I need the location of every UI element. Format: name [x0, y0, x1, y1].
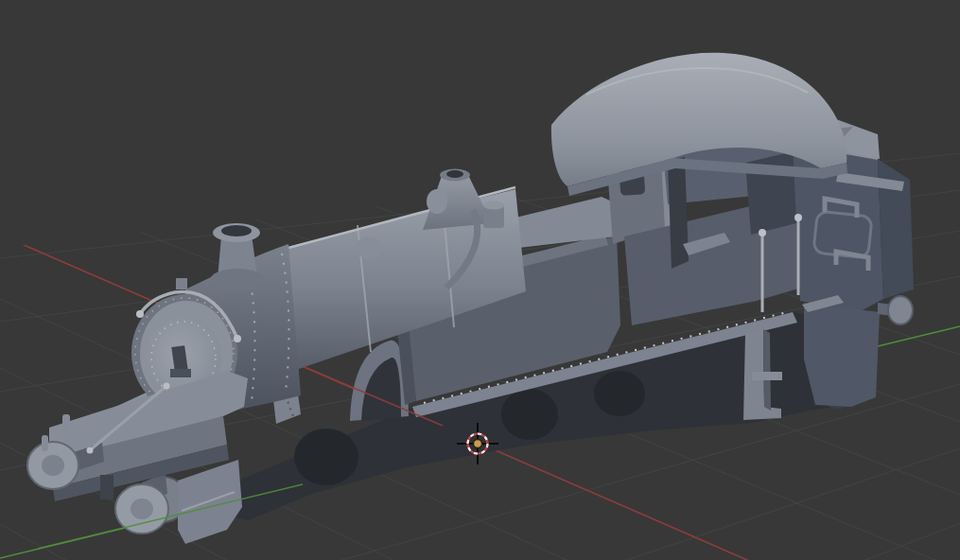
buffer-center: [131, 499, 153, 519]
bonnet-knob: [427, 189, 447, 214]
dome-bolt: [356, 236, 382, 259]
lamp-iron: [62, 414, 70, 433]
rear-buffer: [888, 296, 913, 324]
lamp-iron: [42, 435, 48, 451]
chimney-base: [210, 269, 265, 291]
bunker-lower-frame: [804, 303, 880, 407]
bonnet-hole: [446, 170, 463, 178]
filler-lid: [483, 201, 504, 210]
handrail-ball: [794, 214, 802, 221]
scene-canvas: [0, 0, 960, 560]
blender-3d-viewport[interactable]: [0, 0, 960, 560]
door-handle-bar: [170, 369, 191, 377]
handrail-ball: [759, 229, 766, 236]
driving-wheel: [594, 371, 645, 416]
cursor-center-dot: [474, 440, 482, 448]
rear-step-tread: [752, 372, 782, 380]
driving-wheel: [294, 429, 358, 485]
chimney-opening: [221, 225, 252, 236]
coupling-hook: [100, 475, 113, 499]
handrail-ball: [87, 447, 94, 454]
handrail-ball: [164, 383, 170, 390]
rear-step-side: [763, 329, 771, 411]
driving-wheel: [501, 389, 558, 440]
handrail-knob: [136, 310, 144, 318]
handrail-knob: [234, 335, 241, 342]
buffer-center: [42, 455, 64, 476]
lamp-bracket: [176, 278, 187, 289]
